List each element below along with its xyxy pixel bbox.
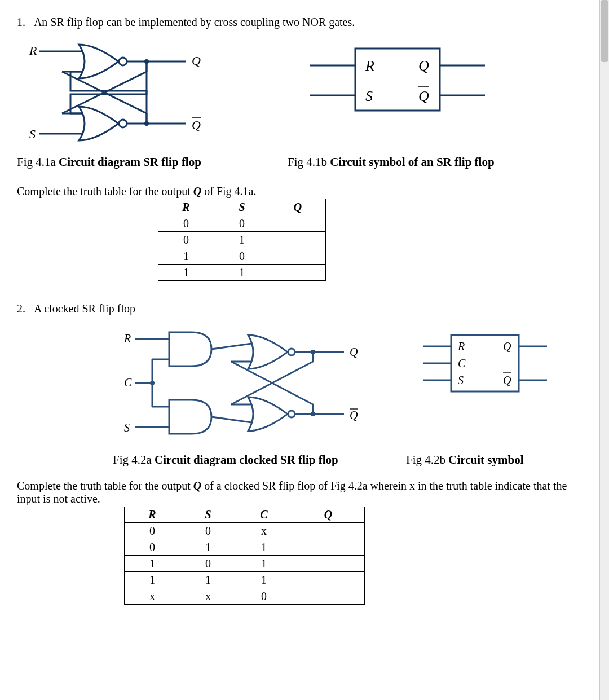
scrollbar-thumb[interactable] <box>601 0 608 62</box>
table-row: 01 <box>158 232 326 248</box>
fig-4-2b-symbol: R C S Q Q <box>406 321 558 411</box>
q1-truth-table: R S Q 00 01 10 11 <box>158 199 326 281</box>
fig41b-caption: Fig 4.1b Circuit symbol of an SR flip fl… <box>288 155 495 169</box>
q2-instr-Q: Q <box>193 479 201 492</box>
table-row: 101 <box>125 556 365 572</box>
scrollbar[interactable] <box>599 0 609 620</box>
sym-R: R <box>365 58 374 74</box>
fig41a-bold: Circuit diagram SR flip flop <box>59 155 201 169</box>
q1-text: An SR flip flop can be implemented by cr… <box>34 16 355 28</box>
q2-th-C: C <box>236 507 292 523</box>
fig-4-2a-circuit: R C S Q Q <box>118 321 383 451</box>
label-R: R <box>29 43 37 58</box>
table-row: xx0 <box>125 588 365 605</box>
fig42a-caption: Fig 4.2a Circuit diagram clocked SR flip… <box>113 453 383 467</box>
question-2: 2. A clocked SR flip flop <box>17 302 592 315</box>
q1-instr-Q: Q <box>193 185 201 197</box>
table-row: 11 <box>158 265 326 281</box>
q2-number: 2. <box>17 302 32 315</box>
q1-figures: R S Q Q R S Q Q <box>17 34 592 153</box>
svg-point-39 <box>150 381 155 385</box>
q2-th-S: S <box>180 507 236 523</box>
q1-instr-post: of Fig 4.1a. <box>201 185 256 197</box>
q2-instruction: Complete the truth table for the output … <box>17 479 592 505</box>
sym-Qbar: Q <box>418 88 429 104</box>
fig42b-bold: Circuit symbol <box>448 453 523 466</box>
q2-figures: R C S Q Q R C S Q Q <box>118 321 592 451</box>
q1-instr-pre: Complete the truth table for the output <box>17 185 193 197</box>
q1-instruction: Complete the truth table for the output … <box>17 185 592 198</box>
sym2-S: S <box>458 374 464 386</box>
svg-point-1 <box>119 120 127 127</box>
q2-truth-table: R S C Q 00x 011 101 111 xx0 <box>124 507 365 605</box>
svg-point-41 <box>311 412 315 416</box>
sym2-Qbar: Q <box>503 374 511 386</box>
fig41b-bold: Circuit symbol of an SR flip flop <box>330 155 494 169</box>
q2-captions: Fig 4.2a Circuit diagram clocked SR flip… <box>113 453 592 467</box>
table-row: 00 <box>158 215 326 232</box>
q1-captions: Fig 4.1a Circuit diagram SR flip flop Fi… <box>17 155 592 169</box>
q1-th-R: R <box>158 199 214 215</box>
sym-S: S <box>365 88 373 104</box>
label-S: S <box>29 127 36 141</box>
label-S2: S <box>124 421 130 434</box>
sym-Q: Q <box>418 58 429 74</box>
q1-number: 1. <box>17 16 32 29</box>
question-1: 1. An SR flip flop can be implemented by… <box>17 16 592 29</box>
fig42b-prefix: Fig 4.2b <box>406 453 448 466</box>
label-Qbar2: Q <box>350 409 358 421</box>
sym2-R: R <box>457 340 465 353</box>
svg-point-0 <box>119 58 127 65</box>
table-row: 011 <box>125 539 365 556</box>
label-R2: R <box>123 332 131 345</box>
q2-instr-pre: Complete the truth table for the output <box>17 479 193 492</box>
table-row: 00x <box>125 523 365 539</box>
fig42a-bold: Circuit diagram clocked SR flip flop <box>155 453 338 466</box>
svg-point-13 <box>144 121 149 126</box>
fig-4-1a-circuit: R S Q Q <box>17 34 254 153</box>
q2-th-Q: Q <box>292 507 365 523</box>
svg-point-40 <box>311 350 315 354</box>
fig42a-prefix: Fig 4.2a <box>113 453 155 466</box>
svg-point-22 <box>288 411 295 417</box>
q1-th-S: S <box>214 199 270 215</box>
fig-4-1b-symbol: R S Q Q <box>276 34 513 130</box>
table-row: 10 <box>158 248 326 265</box>
sym2-Q: Q <box>503 340 511 353</box>
fig41a-prefix: Fig 4.1a <box>17 155 59 169</box>
fig42b-caption: Fig 4.2b Circuit symbol <box>406 453 523 467</box>
label-C2: C <box>124 376 132 389</box>
fig41b-prefix: Fig 4.1b <box>288 155 330 169</box>
label-Qbar: Q <box>192 118 201 132</box>
svg-point-21 <box>288 349 295 355</box>
sym2-C: C <box>458 357 466 369</box>
label-Q2: Q <box>350 346 358 358</box>
table-row: 111 <box>125 572 365 588</box>
fig41a-caption: Fig 4.1a Circuit diagram SR flip flop <box>17 155 254 169</box>
svg-point-12 <box>144 59 149 64</box>
svg-line-30 <box>211 417 251 422</box>
q2-text: A clocked SR flip flop <box>34 302 135 315</box>
q1-th-Q: Q <box>270 199 326 215</box>
label-Q: Q <box>192 54 201 68</box>
svg-line-29 <box>211 344 251 349</box>
q2-th-R: R <box>125 507 180 523</box>
